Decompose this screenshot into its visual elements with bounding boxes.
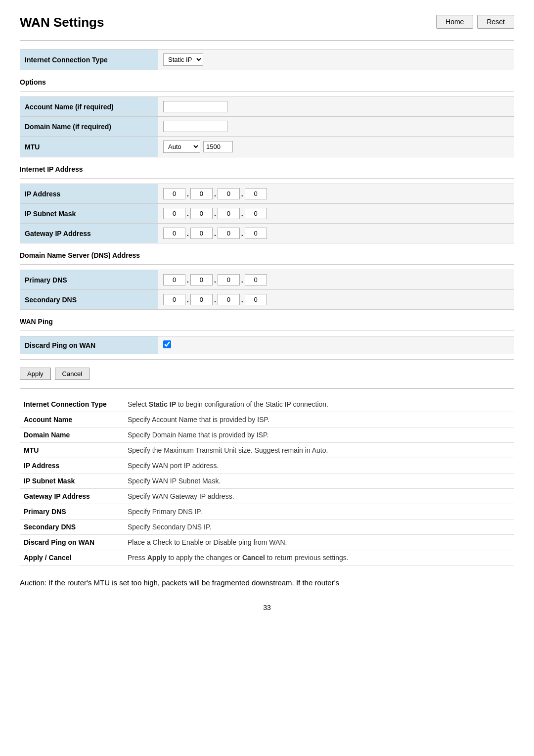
dns-table: Primary DNS . . . Secondary DNS . . . [20,270,514,310]
secondary-dns-group: . . . [163,294,509,305]
subnet-mask-row: IP Subnet Mask . . . [20,204,514,224]
connection-type-select[interactable]: Static IP DHCP PPPoE PPTP L2TP [163,53,203,66]
help-row-primary-dns: Primary DNS Specify Primary DNS IP. [20,504,514,520]
internet-ip-header: Internet IP Address [20,165,514,173]
gateway-octet-3[interactable] [218,228,240,239]
primary-dns-octet-2[interactable] [190,274,213,285]
domain-name-input[interactable] [163,121,227,132]
help-row-domain-name: Domain Name Specify Domain Name that is … [20,427,514,443]
subnet-dot-1: . [187,210,189,218]
help-row-subnet-mask: IP Subnet Mask Specify WAN IP Subnet Mas… [20,473,514,489]
reset-button[interactable]: Reset [477,15,514,29]
subnet-mask-cell: . . . [158,204,514,224]
connection-type-table: Internet Connection Type Static IP DHCP … [20,49,514,70]
gateway-octet-4[interactable] [245,228,267,239]
primary-dns-octet-1[interactable] [163,274,185,285]
help-desc-discard-ping: Place a Check to Enable or Disable ping … [124,535,514,550]
secondary-dns-octet-2[interactable] [190,294,213,305]
wan-ping-table: Discard Ping on WAN [20,336,514,354]
ip-octet-1[interactable] [163,188,185,199]
primary-dns-dot-2: . [214,276,216,284]
primary-dns-octet-4[interactable] [245,274,267,285]
help-row-mtu: MTU Specify the Maximum Transmit Unit si… [20,443,514,458]
gateway-ip-cell: . . . [158,224,514,243]
apply-button[interactable]: Apply [20,368,51,380]
account-name-label: Account Name (if required) [20,97,158,117]
auction-note: Auction: If the router's MTU is set too … [20,577,514,589]
help-desc-connection-type: Select Static IP to begin configuration … [124,397,514,412]
connection-type-row: Internet Connection Type Static IP DHCP … [20,49,514,70]
help-term-discard-ping: Discard Ping on WAN [20,535,124,550]
gateway-ip-label: Gateway IP Address [20,224,158,243]
wan-ping-header: WAN Ping [20,318,514,326]
gateway-dot-3: . [241,230,243,237]
page-header: WAN Settings Home Reset [20,15,514,30]
subnet-mask-label: IP Subnet Mask [20,204,158,224]
gateway-octet-1[interactable] [163,228,185,239]
subnet-octet-1[interactable] [163,208,185,219]
mtu-value-input[interactable] [203,141,233,152]
apply-cancel-row: Apply Cancel [20,368,514,380]
gateway-ip-group: . . . [163,228,509,239]
primary-dns-cell: . . . [158,270,514,290]
primary-dns-group: . . . [163,274,509,285]
help-term-account-name: Account Name [20,412,124,427]
secondary-dns-octet-3[interactable] [218,294,240,305]
secondary-dns-dot-3: . [241,296,243,304]
mtu-cell: Auto Manual [158,137,514,157]
gateway-dot-2: . [214,230,216,237]
primary-dns-dot-1: . [187,276,189,284]
subnet-octet-2[interactable] [190,208,213,219]
ip-dot-2: . [214,190,216,198]
ip-octet-3[interactable] [218,188,240,199]
help-desc-gateway-ip: Specify WAN Gateway IP address. [124,489,514,504]
cancel-button[interactable]: Cancel [55,368,89,380]
domain-name-label: Domain Name (if required) [20,117,158,137]
secondary-dns-octet-4[interactable] [245,294,267,305]
main-divider [20,40,514,41]
page-number: 33 [20,604,514,612]
dns-header: Domain Name Server (DNS) Address [20,251,514,259]
help-desc-ip-address: Specify WAN port IP address. [124,458,514,473]
account-name-input[interactable] [163,101,227,112]
bottom-divider [20,359,514,360]
ip-octet-2[interactable] [190,188,213,199]
gateway-ip-row: Gateway IP Address . . . [20,224,514,243]
help-divider [20,388,514,389]
ip-address-label: IP Address [20,184,158,204]
options-header: Options [20,78,514,86]
secondary-dns-dot-1: . [187,296,189,304]
ip-dot-1: . [187,190,189,198]
mtu-select[interactable]: Auto Manual [163,141,200,153]
help-row-apply-cancel: Apply / Cancel Press Apply to apply the … [20,550,514,566]
wan-ping-divider [20,331,514,331]
domain-name-cell [158,117,514,137]
internet-ip-divider [20,178,514,179]
options-table: Account Name (if required) Domain Name (… [20,96,514,157]
help-row-gateway-ip: Gateway IP Address Specify WAN Gateway I… [20,489,514,504]
secondary-dns-octet-1[interactable] [163,294,185,305]
page-title: WAN Settings [20,15,104,30]
subnet-octet-3[interactable] [218,208,240,219]
help-desc-domain-name: Specify Domain Name that is provided by … [124,427,514,443]
help-term-domain-name: Domain Name [20,427,124,443]
home-button[interactable]: Home [436,15,473,29]
dns-divider [20,264,514,265]
discard-ping-label: Discard Ping on WAN [20,336,158,354]
help-row-discard-ping: Discard Ping on WAN Place a Check to Ena… [20,535,514,550]
gateway-octet-2[interactable] [190,228,213,239]
ip-address-group: . . . [163,188,509,199]
ip-address-row: IP Address . . . [20,184,514,204]
help-desc-account-name: Specify Account Name that is provided by… [124,412,514,427]
mtu-row: MTU Auto Manual [20,137,514,157]
ip-octet-4[interactable] [245,188,267,199]
account-name-row: Account Name (if required) [20,97,514,117]
secondary-dns-row: Secondary DNS . . . [20,290,514,310]
primary-dns-octet-3[interactable] [218,274,240,285]
internet-ip-table: IP Address . . . IP Subnet Mask . . . [20,184,514,243]
discard-ping-checkbox[interactable] [163,340,171,348]
help-desc-secondary-dns: Specify Secondary DNS IP. [124,520,514,535]
help-row-ip-address: IP Address Specify WAN port IP address. [20,458,514,473]
help-term-subnet-mask: IP Subnet Mask [20,473,124,489]
subnet-octet-4[interactable] [245,208,267,219]
